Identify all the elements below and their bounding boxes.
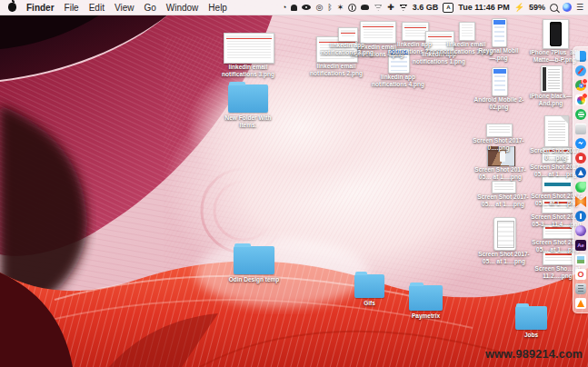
- messenger-icon[interactable]: [575, 138, 586, 149]
- file-icon[interactable]: [542, 176, 573, 193]
- icon-label: Reygnal Mobil—.png: [470, 47, 528, 61]
- icon-label: Android Mobile 2-02.png: [470, 96, 528, 110]
- icon-label: Screen Shot 2017-05… at 1….png: [475, 251, 533, 264]
- cloud-icon[interactable]: [361, 5, 369, 10]
- bell-icon[interactable]: [291, 5, 297, 11]
- icon-label: Jobs: [503, 332, 561, 339]
- safari-icon[interactable]: [575, 65, 586, 76]
- photos-icon[interactable]: [575, 94, 586, 105]
- memory-text[interactable]: 3.6 GB: [413, 3, 439, 12]
- folder-icon[interactable]: [228, 84, 268, 113]
- file-icon[interactable]: [224, 33, 274, 64]
- bluetooth-icon[interactable]: ᛒ: [327, 4, 332, 12]
- file-icon[interactable]: [493, 217, 516, 251]
- icon-label: Paymetrix: [397, 312, 455, 320]
- clock-text[interactable]: Tue 11:46 PM: [458, 3, 509, 12]
- menu-window[interactable]: Window: [166, 3, 199, 13]
- red-app-icon[interactable]: [575, 153, 586, 164]
- spotlight-icon[interactable]: [550, 4, 558, 12]
- icon-label: linkedin app notifications 3.png: [318, 42, 376, 55]
- menu-edit[interactable]: Edit: [89, 3, 105, 13]
- icon-label: linkedin app notifications 4.png: [369, 74, 427, 87]
- wifi-dim-icon[interactable]: [374, 4, 383, 11]
- desktop-icons: linkedin email notifications 3.pngNew Fo…: [0, 0, 588, 367]
- purple-orb-icon[interactable]: [575, 225, 586, 236]
- icon-label: Odin Design temp: [225, 276, 284, 283]
- fan-icon[interactable]: ✚: [387, 4, 394, 12]
- desktop-screen: FinderFileEditViewGoWindowHelp ◔◎ᛒ✶✚3.6 …: [0, 0, 588, 367]
- chrome-icon[interactable]: [575, 80, 586, 91]
- file-icon[interactable]: [338, 27, 358, 42]
- folder-icon[interactable]: [234, 246, 274, 274]
- file-icon[interactable]: [543, 19, 569, 49]
- file-icon[interactable]: [541, 65, 563, 93]
- stacks-icon[interactable]: [575, 124, 586, 134]
- siri-icon[interactable]: [563, 3, 572, 12]
- finder-icon[interactable]: [575, 51, 586, 62]
- icon-label: Gifs: [341, 300, 399, 307]
- notification-badge: [582, 78, 588, 84]
- icon-label: Screen Shot 2017-05… at 1….png: [472, 166, 530, 180]
- vlc-icon[interactable]: [575, 298, 586, 309]
- battery-text[interactable]: 59%: [529, 3, 545, 12]
- adobe-app-icon[interactable]: Ae: [575, 240, 586, 251]
- menu-bar: FinderFileEditViewGoWindowHelp ◔◎ᛒ✶✚3.6 …: [0, 0, 588, 15]
- file-icon[interactable]: [486, 124, 513, 137]
- eye-icon[interactable]: [302, 5, 311, 10]
- menu-file[interactable]: File: [65, 3, 79, 13]
- menu-help[interactable]: Help: [208, 3, 227, 13]
- menu-view[interactable]: View: [115, 3, 135, 13]
- spotify-icon[interactable]: [575, 109, 586, 120]
- menu-finder[interactable]: Finder: [26, 3, 55, 13]
- folder-icon[interactable]: [409, 285, 443, 311]
- flower-icon[interactable]: ✶: [337, 4, 344, 12]
- file-icon[interactable]: [492, 181, 516, 193]
- icon-label: Screen Shot 2017-05… at 1….png: [474, 193, 533, 207]
- record-icon[interactable]: ◎: [315, 4, 323, 12]
- opera-icon[interactable]: O: [575, 269, 586, 280]
- icon-label: linkedin email notifications 3.png: [219, 64, 277, 77]
- icon-label: Screen Shot 2017-0….png: [470, 137, 528, 151]
- input-source-icon[interactable]: A: [443, 3, 453, 13]
- file-icon[interactable]: [543, 251, 574, 265]
- menu-go[interactable]: Go: [144, 3, 155, 13]
- battery-bolt-icon[interactable]: ⚡: [514, 4, 524, 12]
- icon-label: New Folder With Items.: [219, 114, 277, 128]
- notification-badge: [582, 93, 588, 99]
- apple-menu-icon[interactable]: [8, 3, 16, 12]
- sail-app-icon[interactable]: [575, 167, 586, 178]
- menu-bar-left: FinderFileEditViewGoWindowHelp: [0, 3, 227, 13]
- menu-items-container: FinderFileEditViewGoWindowHelp: [26, 3, 227, 13]
- watermark-text: www.989214.com: [485, 348, 583, 361]
- wifi-icon[interactable]: [399, 4, 408, 11]
- file-icon[interactable]: [492, 67, 508, 96]
- grater-app-icon[interactable]: [575, 283, 586, 294]
- pause-circle-icon[interactable]: [348, 4, 356, 12]
- icon-label: iPhone black—And.png: [522, 93, 580, 106]
- leaf-app-icon[interactable]: [575, 182, 586, 193]
- file-icon[interactable]: [459, 22, 475, 41]
- clock-icon[interactable]: ◔: [282, 4, 286, 12]
- file-icon[interactable]: [544, 115, 569, 147]
- pause-app-icon[interactable]: [575, 211, 586, 222]
- butterfly-app-icon[interactable]: [575, 196, 586, 207]
- icon-label: linkedin email notifications 2.png: [307, 63, 365, 76]
- dock: AeO: [573, 46, 588, 313]
- photo-stack-icon[interactable]: [575, 254, 586, 265]
- notification-center-icon[interactable]: ☰: [576, 4, 583, 12]
- folder-icon[interactable]: [354, 274, 384, 298]
- menu-bar-status: ◔◎ᛒ✶✚3.6 GBATue 11:46 PM⚡59%☰: [282, 3, 588, 13]
- folder-icon[interactable]: [515, 306, 547, 330]
